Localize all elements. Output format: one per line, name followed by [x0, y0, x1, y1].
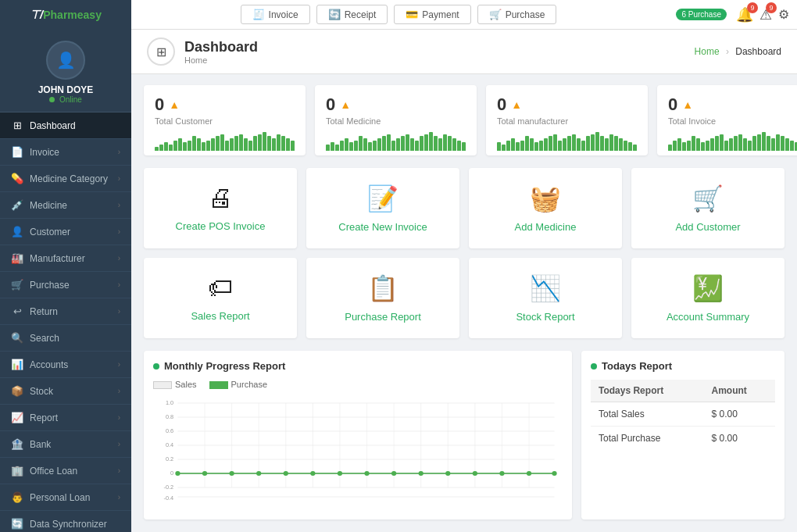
sidebar-item-data-sync[interactable]: 🔄 Data Synchronizer	[0, 511, 131, 532]
mini-bar	[720, 134, 724, 151]
sidebar-item-dashboard[interactable]: ⊞ Dashboard	[0, 112, 131, 139]
svg-text:0.6: 0.6	[166, 428, 173, 434]
svg-point-32	[284, 471, 288, 476]
mini-bar	[781, 136, 784, 151]
sidebar-item-invoice[interactable]: 📄 Invoice ›	[0, 139, 131, 166]
sales-report-card[interactable]: 🏷 Sales Report	[144, 258, 297, 338]
create-new-invoice-card[interactable]: 📝 Create New Invoice	[306, 168, 459, 248]
logo: ⊤/ Pharmeasy	[0, 0, 131, 30]
notification-bell[interactable]: 🔔 9	[736, 6, 753, 23]
sidebar-item-medicine[interactable]: 💉 Medicine ›	[0, 192, 131, 219]
mini-bar	[600, 136, 604, 151]
mini-bar	[326, 145, 330, 151]
report-col-name: Todays Report	[591, 380, 703, 402]
stock-report-icon: 📉	[477, 273, 614, 303]
breadcrumb-current: Dashboard	[735, 46, 781, 57]
warning-badge: 9	[766, 2, 777, 13]
purchase-report-card[interactable]: 📋 Purchase Report	[306, 258, 459, 338]
purchase-count-badge: 6 Purchase	[676, 9, 727, 20]
total-sales-value: $ 0.00	[703, 402, 775, 427]
add-medicine-card[interactable]: 🧺 Add Medicine	[469, 168, 622, 248]
mini-bar	[216, 136, 220, 151]
mini-bar	[225, 141, 229, 151]
mini-bar	[682, 142, 686, 151]
mini-bar	[335, 145, 339, 151]
sidebar-item-return[interactable]: ↩ Return ›	[0, 298, 131, 325]
sales-report-icon: 🏷	[152, 273, 289, 302]
stat-customer-bars	[155, 129, 295, 151]
mini-bar	[253, 136, 257, 151]
mini-bar	[192, 136, 196, 151]
mini-bar	[396, 138, 400, 151]
mini-bar	[677, 138, 681, 151]
sidebar-item-medicine-category[interactable]: 💊 Medicine Category ›	[0, 166, 131, 192]
mini-bar	[211, 138, 215, 151]
sidebar-item-customer[interactable]: 👤 Customer ›	[0, 219, 131, 245]
mini-bar	[668, 145, 672, 151]
mini-bar	[757, 134, 761, 151]
pos-invoice-icon: 🖨	[152, 184, 289, 212]
mini-bar	[771, 138, 775, 151]
chevron-icon-4: ›	[118, 227, 120, 236]
receipt-button[interactable]: 🔄 Receipt	[316, 5, 388, 24]
mini-bar	[591, 134, 595, 151]
action-grid: 🖨 Create POS Invoice 📝 Create New Invoic…	[131, 162, 797, 345]
stock-report-card[interactable]: 📉 Stock Report	[469, 258, 622, 338]
invoice-button[interactable]: 🧾 Invoice	[241, 5, 310, 24]
sidebar-item-office-loan[interactable]: 🏢 Office Loan ›	[0, 458, 131, 484]
mini-bar	[752, 136, 756, 151]
sidebar-item-accounts[interactable]: 📊 Accounts ›	[0, 352, 131, 378]
settings-icon[interactable]: ⚙	[778, 7, 789, 22]
mini-bar	[609, 134, 613, 151]
mini-bar	[457, 141, 461, 151]
mini-bar	[710, 138, 714, 151]
mini-bar	[230, 138, 234, 151]
sidebar-item-manufacturer[interactable]: 🏭 Manufacturer ›	[0, 245, 131, 272]
page-icon: ⊞	[147, 37, 175, 66]
legend-sales-box	[153, 381, 172, 389]
mini-bar	[520, 141, 524, 151]
mini-bar	[429, 132, 433, 151]
mini-bar	[155, 147, 159, 151]
mini-bar	[628, 142, 632, 151]
stat-invoice-bars	[668, 129, 797, 151]
mini-bar	[258, 134, 262, 151]
payment-button[interactable]: 💳 Payment	[394, 5, 470, 24]
create-pos-invoice-card[interactable]: 🖨 Create POS Invoice	[144, 168, 297, 248]
account-summary-card[interactable]: 💹 Account Summary	[631, 258, 784, 338]
stat-total-medicine: 0 ▲ Total Medicine	[315, 85, 477, 155]
mini-bar	[267, 136, 271, 151]
mini-bar	[558, 141, 562, 151]
add-customer-card[interactable]: 🛒 Add Customer	[631, 168, 784, 248]
online-status: Online	[8, 95, 123, 104]
mini-bar	[434, 136, 438, 151]
stat-customer-label: Total Customer	[155, 116, 295, 126]
mini-bar	[169, 145, 173, 151]
total-sales-label: Total Sales	[591, 402, 703, 427]
profile-name: JOHN DOYE	[8, 84, 123, 95]
sidebar-item-search[interactable]: 🔍 Search	[0, 325, 131, 352]
sidebar-item-stock[interactable]: 📦 Stock ›	[0, 378, 131, 405]
mini-bar	[614, 136, 618, 151]
warning-icon[interactable]: ⚠ 9	[759, 6, 772, 23]
invoice-icon: 🧾	[252, 9, 265, 20]
svg-point-36	[391, 471, 396, 476]
purchase-button[interactable]: 🛒 Purchase	[477, 5, 557, 24]
breadcrumb-home[interactable]: Home	[695, 46, 720, 57]
chevron-icon-10: ›	[118, 387, 120, 395]
add-customer-icon: 🛒	[639, 184, 777, 213]
mini-bar	[424, 134, 428, 151]
mini-bar	[286, 138, 290, 151]
mini-bar	[173, 141, 177, 151]
sidebar-item-purchase[interactable]: 🛒 Purchase ›	[0, 272, 131, 298]
sidebar-item-bank[interactable]: 🏦 Bank ›	[0, 431, 131, 458]
sidebar-item-report[interactable]: 📈 Report ›	[0, 405, 131, 431]
chevron-icon-11: ›	[118, 413, 120, 422]
stat-invoice-label: Total Invoice	[668, 116, 797, 126]
mini-bar	[410, 138, 414, 151]
office-icon: 🏢	[11, 465, 23, 477]
mini-bar	[553, 134, 557, 151]
mini-bar	[359, 136, 363, 151]
bottom-section: Monthly Progress Report Sales Purchase	[131, 345, 797, 532]
sidebar-item-personal-loan[interactable]: 👨 Personal Loan ›	[0, 484, 131, 511]
